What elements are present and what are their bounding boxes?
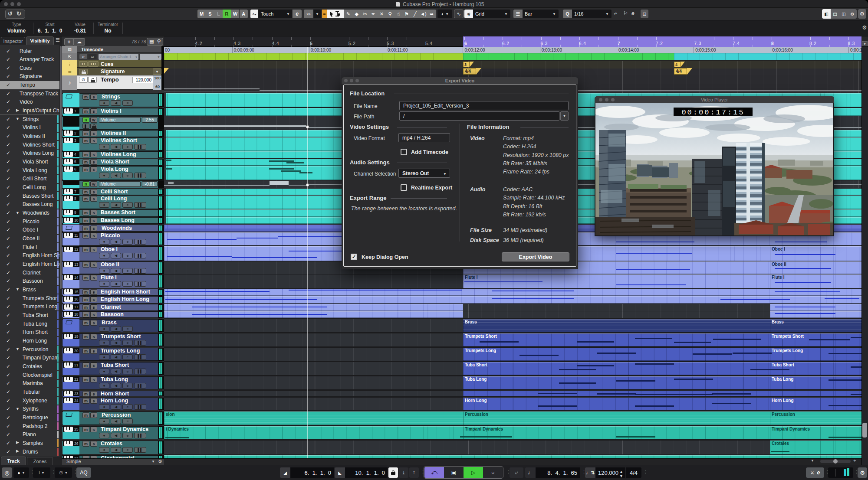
svg-text:00:00:17:15: 00:00:17:15 [681,108,744,117]
